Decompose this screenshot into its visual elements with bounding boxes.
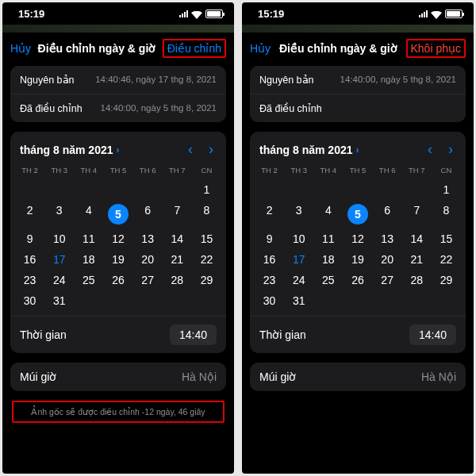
calendar-day[interactable]: 12 — [103, 228, 132, 249]
calendar-day[interactable]: 10 — [284, 228, 313, 249]
calendar-day[interactable]: 11 — [74, 228, 103, 249]
calendar-day[interactable]: 6 — [133, 200, 163, 228]
calendar-day[interactable]: 25 — [74, 270, 103, 290]
calendar-day[interactable]: 3 — [44, 200, 74, 228]
status-indicators — [179, 10, 223, 18]
original-row: Nguyên bản 14:40:46, ngày 17 thg 8, 2021 — [10, 66, 226, 94]
calendar-day[interactable]: 29 — [192, 270, 221, 290]
calendar-day[interactable]: 19 — [343, 249, 372, 270]
calendar-day[interactable]: 8 — [432, 200, 461, 228]
timezone-card[interactable]: Múi giờ Hà Nội — [10, 363, 226, 391]
calendar-day[interactable]: 13 — [133, 228, 163, 249]
calendar-day[interactable]: 23 — [255, 270, 284, 290]
calendar-day[interactable]: 13 — [373, 228, 402, 249]
calendar-day[interactable]: 29 — [432, 270, 461, 290]
timezone-card[interactable]: Múi giờ Hà Nội — [250, 363, 466, 391]
weekday-header: TH 5 — [343, 163, 372, 179]
calendar-day[interactable]: 20 — [133, 249, 163, 270]
calendar-day[interactable]: 21 — [402, 249, 432, 270]
calendar-day[interactable]: 20 — [373, 249, 402, 270]
calendar-day[interactable]: 8 — [192, 200, 221, 228]
cellular-icon — [419, 10, 428, 17]
calendar-day[interactable]: 30 — [255, 290, 284, 311]
calendar-day[interactable]: 25 — [313, 270, 343, 290]
status-bar: 15:19 — [242, 2, 474, 25]
time-picker[interactable]: 14:40 — [170, 324, 217, 345]
calendar-day[interactable]: 15 — [432, 228, 461, 249]
timezone-value: Hà Nội — [182, 370, 217, 383]
calendar-day[interactable]: 21 — [163, 249, 192, 270]
calendar-day[interactable]: 15 — [192, 228, 221, 249]
calendar-day[interactable]: 31 — [284, 290, 313, 311]
month-picker[interactable]: tháng 8 năm 2021 › — [259, 144, 359, 156]
cellular-icon — [179, 10, 188, 17]
calendar-day[interactable]: 7 — [163, 200, 192, 228]
weekday-header: TH 7 — [163, 163, 192, 179]
next-month-button[interactable]: › — [209, 141, 213, 158]
calendar-day[interactable]: 10 — [44, 228, 74, 249]
photo-preview-strip — [2, 25, 234, 33]
adjusted-value: 14:40:00, ngày 5 thg 8, 2021 — [101, 102, 217, 114]
next-month-button[interactable]: › — [448, 141, 453, 158]
calendar-day[interactable]: 24 — [44, 270, 74, 290]
calendar-day[interactable]: 9 — [15, 228, 44, 249]
cancel-button[interactable]: Hủy — [250, 42, 271, 55]
original-row: Nguyên bản 14:40:00, ngày 5 thg 8, 2021 — [250, 66, 466, 94]
weekday-header: TH 2 — [15, 163, 44, 179]
calendar-day[interactable]: 30 — [15, 290, 44, 311]
calendar-day[interactable]: 4 — [313, 200, 343, 228]
phone-left: 15:19 Hủy Điều chỉnh ngày & giờ Điều chỉ… — [2, 2, 234, 474]
calendar-day[interactable]: 4 — [74, 200, 103, 228]
calendar-day[interactable]: 22 — [192, 249, 221, 270]
calendar-day[interactable]: 6 — [373, 200, 402, 228]
calendar-day[interactable]: 28 — [163, 270, 192, 290]
calendar-day[interactable]: 14 — [402, 228, 432, 249]
calendar-day[interactable]: 2 — [255, 200, 284, 228]
calendar-day[interactable]: 31 — [44, 290, 74, 311]
restore-button[interactable]: Khôi phục — [406, 39, 466, 58]
calendar-day[interactable]: 26 — [103, 270, 132, 290]
calendar-day[interactable]: 23 — [15, 270, 44, 290]
prev-month-button[interactable]: ‹ — [428, 141, 432, 158]
calendar-day[interactable]: 16 — [255, 249, 284, 270]
calendar-card: tháng 8 năm 2021 › ‹ › TH 2TH 3TH 4TH 5T… — [10, 132, 226, 353]
calendar-day[interactable]: 1 — [192, 179, 221, 200]
weekday-header: CN — [432, 163, 461, 179]
month-picker[interactable]: tháng 8 năm 2021 › — [20, 144, 120, 156]
page-title: Điều chỉnh ngày & giờ — [279, 42, 397, 55]
calendar-day[interactable]: 12 — [343, 228, 372, 249]
calendar-day[interactable]: 28 — [402, 270, 432, 290]
weekday-header: TH 3 — [44, 163, 74, 179]
calendar-day[interactable]: 9 — [255, 228, 284, 249]
status-indicators — [419, 10, 463, 18]
calendar-day[interactable]: 17 — [284, 249, 313, 270]
calendar-day[interactable]: 11 — [313, 228, 343, 249]
weekday-header: TH 4 — [313, 163, 343, 179]
calendar-day[interactable]: 3 — [284, 200, 313, 228]
calendar-day[interactable]: 17 — [44, 249, 74, 270]
calendar-day[interactable]: 19 — [103, 249, 132, 270]
calendar-day[interactable]: 5 — [343, 200, 372, 228]
time-row: Thời gian 14:40 — [10, 316, 226, 353]
calendar-grid: TH 2TH 3TH 4TH 5TH 6TH 7CN......12345678… — [250, 163, 466, 316]
calendar-day[interactable]: 24 — [284, 270, 313, 290]
calendar-day[interactable]: 14 — [163, 228, 192, 249]
calendar-day[interactable]: 5 — [103, 200, 132, 228]
calendar-day[interactable]: 18 — [74, 249, 103, 270]
calendar-day[interactable]: 27 — [373, 270, 402, 290]
calendar-day[interactable]: 18 — [313, 249, 343, 270]
calendar-day[interactable]: 16 — [15, 249, 44, 270]
calendar-day[interactable]: 27 — [133, 270, 163, 290]
adjust-button[interactable]: Điều chỉnh — [163, 39, 226, 58]
time-label: Thời gian — [20, 328, 67, 341]
calendar-day[interactable]: 2 — [15, 200, 44, 228]
datetime-info-card: Nguyên bản 14:40:46, ngày 17 thg 8, 2021… — [10, 66, 226, 122]
calendar-day[interactable]: 26 — [343, 270, 372, 290]
prev-month-button[interactable]: ‹ — [188, 141, 193, 158]
cancel-button[interactable]: Hủy — [10, 42, 31, 55]
calendar-day[interactable]: 22 — [432, 249, 461, 270]
weekday-header: TH 6 — [373, 163, 402, 179]
time-picker[interactable]: 14:40 — [409, 324, 456, 345]
calendar-day[interactable]: 1 — [432, 179, 461, 200]
calendar-day[interactable]: 7 — [402, 200, 432, 228]
